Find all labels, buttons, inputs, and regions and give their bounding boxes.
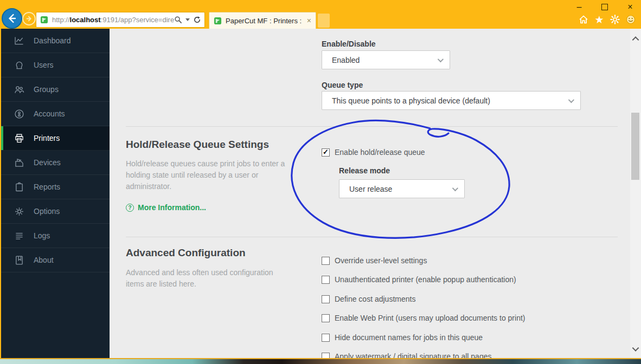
address-bar[interactable]: http://localhost:9191/app?service=direct… bbox=[36, 12, 205, 28]
clipboard-icon bbox=[13, 181, 25, 193]
advanced-checkbox-row[interactable]: Apply watermark / digital signature to a… bbox=[322, 352, 491, 358]
sidebar-item-label: Options bbox=[34, 207, 60, 216]
checkbox-unchecked[interactable] bbox=[322, 353, 330, 359]
sidebar-item-label: About bbox=[34, 256, 54, 264]
url-rest: :9191/app?service=direct/1, bbox=[101, 16, 174, 24]
queue-type-select[interactable]: This queue points to a physical device (… bbox=[322, 91, 581, 110]
checkbox-label: Enable hold/release queue bbox=[335, 148, 425, 157]
printer-icon bbox=[13, 132, 25, 144]
settings-gear-icon[interactable] bbox=[609, 14, 621, 25]
groups-icon bbox=[13, 83, 25, 95]
browser-tab[interactable]: PaperCut MF : Printers : Pri... × bbox=[209, 12, 316, 29]
checkbox-checked[interactable]: ✓ bbox=[322, 148, 330, 157]
printer-settings-content: Enable/Disable Enabled Queue type This q… bbox=[110, 29, 630, 358]
enable-disable-select[interactable]: Enabled bbox=[322, 50, 450, 69]
maximize-icon bbox=[601, 4, 608, 10]
sidebar-item-about[interactable]: About bbox=[1, 248, 110, 272]
url-text[interactable]: http://localhost:9191/app?service=direct… bbox=[52, 16, 174, 24]
advanced-checkbox-row[interactable]: Hide document names for jobs in this que… bbox=[322, 333, 483, 342]
sidebar-item-groups[interactable]: Groups bbox=[1, 77, 110, 102]
favorites-star-icon[interactable]: ★ bbox=[593, 14, 605, 25]
chevron-down-icon bbox=[438, 56, 444, 62]
checkbox-label: Enable Web Print (users may upload docum… bbox=[335, 314, 525, 322]
sidebar-item-label: Reports bbox=[34, 183, 60, 191]
papercut-favicon bbox=[214, 17, 222, 25]
advanced-checkbox-row[interactable]: Override user-level settings bbox=[322, 256, 427, 265]
more-information-link[interactable]: ? More Information... bbox=[126, 203, 206, 212]
sidebar-item-devices[interactable]: Devices bbox=[1, 151, 110, 175]
checkbox-label: Define cost adjustments bbox=[335, 295, 415, 303]
checkbox-unchecked[interactable] bbox=[322, 276, 330, 284]
advanced-description: Advanced and less often used configurati… bbox=[126, 267, 290, 290]
search-icon[interactable] bbox=[174, 16, 182, 24]
user-icon bbox=[13, 59, 25, 71]
sidebar-item-label: Users bbox=[34, 61, 54, 69]
sidebar-item-options[interactable]: Options bbox=[1, 199, 110, 224]
release-mode-value: User release bbox=[349, 185, 392, 193]
list-lines-icon bbox=[13, 230, 25, 242]
chevron-down-icon bbox=[452, 185, 458, 191]
sidebar-item-label: Dashboard bbox=[34, 36, 71, 45]
dashboard-chart-icon bbox=[13, 35, 25, 47]
tab-title: PaperCut MF : Printers : Pri... bbox=[226, 17, 303, 25]
more-information-label: More Information... bbox=[138, 203, 206, 212]
url-prefix: http:// bbox=[52, 16, 70, 24]
browser-window: http://localhost:9191/app?service=direct… bbox=[0, 0, 641, 364]
accounts-lock-icon bbox=[13, 108, 25, 120]
browser-chrome: http://localhost:9191/app?service=direct… bbox=[0, 0, 641, 29]
arrow-left-icon bbox=[7, 13, 17, 24]
book-icon bbox=[13, 254, 25, 266]
check-icon: ✓ bbox=[323, 148, 329, 155]
checkbox-unchecked[interactable] bbox=[322, 257, 330, 265]
sidebar-item-reports[interactable]: Reports bbox=[1, 175, 110, 199]
checkbox-label: Unauthenticated printer (enable popup au… bbox=[335, 275, 516, 284]
maximize-button[interactable] bbox=[599, 3, 610, 11]
sidebar-item-label: Printers bbox=[34, 134, 60, 142]
checkbox-label: Override user-level settings bbox=[335, 256, 427, 265]
page-viewport: Dashboard Users Groups Accounts Printers… bbox=[1, 29, 641, 358]
device-icon bbox=[13, 157, 25, 168]
sidebar-item-label: Groups bbox=[34, 85, 59, 94]
sidebar-item-label: Logs bbox=[34, 231, 50, 240]
section-divider bbox=[126, 237, 618, 237]
back-button[interactable] bbox=[2, 8, 22, 29]
chevron-down-icon bbox=[568, 96, 574, 102]
advanced-section-title: Advanced Configuration bbox=[126, 247, 246, 259]
feedback-smiley-icon[interactable] bbox=[625, 14, 637, 25]
enable-disable-label: Enable/Disable bbox=[322, 40, 376, 48]
scroll-up-icon[interactable] bbox=[632, 36, 639, 43]
sidebar: Dashboard Users Groups Accounts Printers… bbox=[1, 29, 110, 358]
papercut-favicon bbox=[40, 16, 48, 24]
sidebar-item-printers[interactable]: Printers bbox=[1, 126, 110, 151]
release-mode-select[interactable]: User release bbox=[339, 179, 465, 198]
sidebar-item-dashboard[interactable]: Dashboard bbox=[1, 29, 110, 53]
new-tab-button[interactable] bbox=[318, 14, 330, 28]
advanced-checkbox-row[interactable]: Unauthenticated printer (enable popup au… bbox=[322, 275, 516, 284]
minimize-button[interactable]: – bbox=[574, 3, 585, 11]
sidebar-item-logs[interactable]: Logs bbox=[1, 224, 110, 248]
sidebar-item-accounts[interactable]: Accounts bbox=[1, 102, 110, 126]
sidebar-item-users[interactable]: Users bbox=[1, 53, 110, 77]
desktop-wallpaper-strip bbox=[0, 358, 641, 364]
checkbox-label: Hide document names for jobs in this que… bbox=[335, 333, 483, 342]
enable-disable-value: Enabled bbox=[332, 56, 360, 64]
gear-icon bbox=[13, 205, 25, 217]
refresh-icon[interactable] bbox=[193, 16, 201, 24]
address-dropdown-icon[interactable] bbox=[185, 18, 190, 21]
vertical-scrollbar[interactable] bbox=[630, 29, 641, 358]
sidebar-item-label: Devices bbox=[34, 158, 61, 167]
scrollbar-thumb[interactable] bbox=[631, 113, 639, 180]
hold-release-description: Hold/release queues cause print jobs to … bbox=[126, 158, 290, 192]
enable-hold-release-checkbox-row[interactable]: ✓ Enable hold/release queue bbox=[322, 148, 425, 157]
close-button[interactable]: × bbox=[625, 3, 636, 11]
home-icon[interactable] bbox=[578, 14, 589, 25]
forward-button[interactable] bbox=[22, 12, 36, 25]
advanced-checkbox-row[interactable]: Enable Web Print (users may upload docum… bbox=[322, 314, 525, 322]
checkbox-unchecked[interactable] bbox=[322, 314, 330, 322]
checkbox-label: Apply watermark / digital signature to a… bbox=[335, 352, 491, 358]
scroll-down-icon[interactable] bbox=[632, 344, 639, 352]
checkbox-unchecked[interactable] bbox=[322, 295, 330, 303]
checkbox-unchecked[interactable] bbox=[322, 334, 330, 342]
tab-close-icon[interactable]: × bbox=[307, 17, 311, 24]
advanced-checkbox-row[interactable]: Define cost adjustments bbox=[322, 295, 415, 303]
